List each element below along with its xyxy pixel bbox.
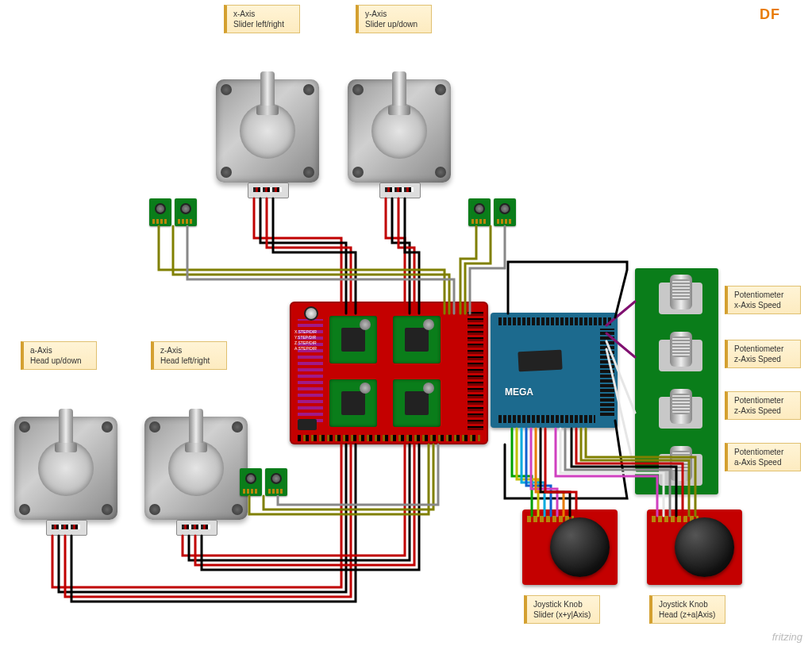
label-text: a-Axis <box>30 346 52 355</box>
label-text: Head (z+a|Axis) <box>659 610 715 619</box>
limit-switches-z <box>240 468 287 496</box>
label-pot-0: Potentiometer x-Axis Speed <box>725 286 801 314</box>
stepper-driver-a <box>393 379 441 427</box>
brand-logo: DF <box>760 6 780 23</box>
label-text: Potentiometer <box>734 396 783 405</box>
label-x-axis: x-Axis Slider left/right <box>224 5 300 33</box>
stepper-a <box>6 397 125 516</box>
stepper-y <box>340 60 459 179</box>
label-text: Joystick Knob <box>659 600 708 609</box>
stepper-x <box>208 60 327 179</box>
label-text: Joystick Knob <box>533 600 583 609</box>
label-text: Head up/down <box>30 356 82 365</box>
label-text: z-Axis Speed <box>734 355 781 363</box>
stepper-driver-z <box>329 379 377 427</box>
joystick-0 <box>522 509 618 585</box>
label-z-axis: z-Axis Head left/right <box>151 341 227 370</box>
stepper-driver-y <box>393 316 441 363</box>
potentiometer-3 <box>659 448 702 491</box>
label-text: z-Axis <box>160 346 182 355</box>
label-text: Potentiometer <box>734 344 783 353</box>
joystick-knob-icon <box>675 517 734 577</box>
potentiometer-1 <box>659 333 702 377</box>
label-text: Head left/right <box>160 356 210 365</box>
label-text: x-Axis <box>233 10 255 18</box>
cnc-shield: X.STEP/DIR Y.STEP/DIR Z.STEP/DIR A.STEP/… <box>290 302 488 444</box>
power-jack-icon <box>298 419 317 430</box>
shield-pin-labels: X.STEP/DIR Y.STEP/DIR Z.STEP/DIR A.STEP/… <box>294 329 317 352</box>
joystick-knob-icon <box>550 517 610 577</box>
stepper-z <box>137 397 256 516</box>
mcu-chip-icon <box>518 350 562 372</box>
label-pot-2: Potentiometer z-Axis Speed <box>725 391 801 420</box>
label-text: Slider up/down <box>365 20 418 29</box>
limit-switches-x <box>149 198 197 226</box>
mega-label: MEGA <box>505 386 533 398</box>
reset-button-icon <box>304 306 318 321</box>
potentiometer-2 <box>659 390 702 434</box>
label-text: x-Axis Speed <box>734 301 781 310</box>
arduino-mega: MEGA <box>491 313 618 428</box>
label-text: a-Axis Speed <box>734 458 781 467</box>
label-text: z-Axis Speed <box>734 406 781 415</box>
label-a-axis: a-Axis Head up/down <box>21 341 97 370</box>
label-y-axis: y-Axis Slider up/down <box>356 5 432 33</box>
label-text: Potentiometer <box>734 290 783 299</box>
label-text: Slider left/right <box>233 20 284 29</box>
label-text: Slider (x+y|Axis) <box>533 610 591 619</box>
label-text: Potentiometer <box>734 448 783 456</box>
stepper-driver-x <box>329 316 377 363</box>
label-pot-1: Potentiometer z-Axis Speed <box>725 340 801 368</box>
joystick-1 <box>647 509 742 585</box>
label-text: y-Axis <box>365 10 387 18</box>
label-joystick-0: Joystick Knob Slider (x+y|Axis) <box>524 595 600 624</box>
potentiometer-0 <box>659 276 702 320</box>
label-joystick-1: Joystick Knob Head (z+a|Axis) <box>649 595 725 624</box>
label-pot-3: Potentiometer a-Axis Speed <box>725 443 801 471</box>
footer-text: fritzing <box>772 631 802 643</box>
potentiometer-panel <box>635 268 718 494</box>
limit-switches-y <box>468 198 516 226</box>
